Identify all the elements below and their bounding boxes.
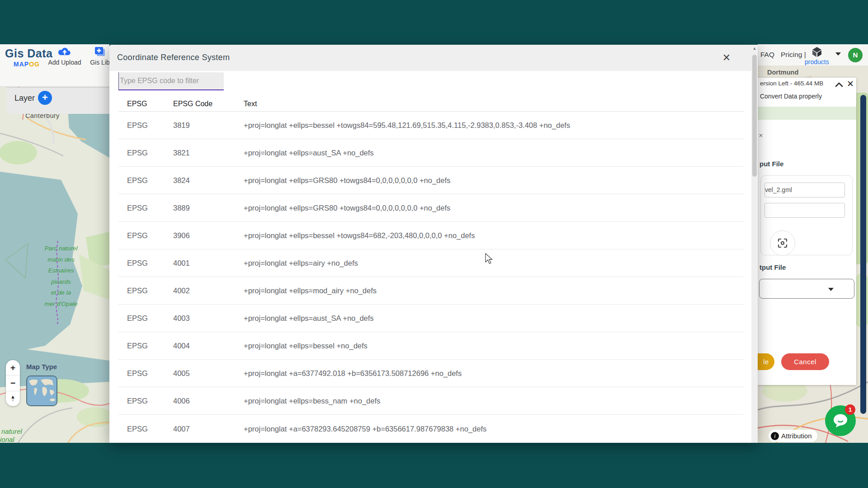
input-file-secondary[interactable] [764,203,845,218]
products-cube-icon[interactable] [811,46,823,58]
crs-code: 4002 [173,286,190,295]
table-row[interactable]: EPSG 4003 +proj=longlat +ellps=aust_SA +… [118,305,744,332]
focus-button[interactable] [770,230,795,256]
crs-authority: EPSG [127,397,148,405]
crs-text: +proj=longlat +ellps=mod_airy +no_defs [244,286,377,295]
arrow-down-icon: ▼ [11,399,15,402]
crs-text: +proj=longlat +ellps=aust_SA +no_defs [244,149,374,157]
nav-pricing[interactable]: Pricing | [781,51,806,59]
crs-code: 4006 [173,397,190,405]
crs-modal: Coordinate Reference System ✕ EPSG EPSG … [109,45,758,443]
crs-code: 4003 [173,314,190,323]
crs-code: 3819 [173,121,190,130]
cloud-upload-icon [58,47,71,58]
map-label-fragment: naturel [1,427,22,435]
table-row[interactable]: EPSG 4001 +proj=longlat +ellps=airy +no_… [118,249,744,277]
info-icon: i [771,432,779,440]
column-epsg-code: EPSG Code [173,100,212,108]
mouse-cursor [485,253,494,265]
crs-authority: EPSG [127,149,148,157]
chat-bubble-icon [832,413,849,428]
map-type-thumbnail[interactable] [26,375,57,406]
crs-text: +proj=longlat +ellps=aust_SA +no_defs [244,314,374,323]
modal-close-icon[interactable]: ✕ [720,51,733,65]
add-layer-button[interactable]: + [38,91,52,105]
crs-code: 4004 [173,342,190,350]
crs-authority: EPSG [127,342,148,350]
page-scrollbar[interactable] [860,95,866,414]
table-header-row: EPSG EPSG Code Text [118,95,744,112]
column-text: Text [244,100,257,108]
chat-notification-badge: 1 [845,404,855,415]
convert-button[interactable]: le [758,353,774,370]
table-row[interactable]: EPSG 3819 +proj=longlat +ellps=bessel +t… [118,112,744,139]
table-row[interactable]: EPSG 4006 +proj=longlat +ellps=bess_nam … [118,387,744,415]
crs-code: 4007 [173,424,190,433]
add-upload-button[interactable]: Add Upload [47,46,82,66]
chevron-down-icon[interactable] [835,52,841,56]
crs-text: +proj=longlat +ellps=bessel +towgs84=682… [244,231,475,240]
epsg-filter-input[interactable] [118,72,224,89]
cancel-button[interactable]: Cancel [781,353,829,370]
epsg-filter-field [118,72,224,90]
crs-authority: EPSG [127,286,148,295]
crs-authority: EPSG [127,176,148,185]
map-label-dortmund: Dortmund [767,69,798,76]
app-logo[interactable]: Gis Data [5,47,52,60]
scrollbar-thumb[interactable] [752,55,757,177]
modal-scrollbar[interactable]: ▲ [751,45,758,443]
world-map-icon [27,376,57,405]
table-row[interactable]: EPSG 4004 +proj=longlat +ellps=bessel +n… [118,332,744,360]
crs-authority: EPSG [127,369,148,378]
chevron-down-icon [828,288,834,291]
table-row[interactable]: EPSG 3906 +proj=longlat +ellps=bessel +t… [118,222,744,249]
table-row[interactable]: EPSG 4007 +proj=longlat +a=6378293.64520… [118,415,744,442]
crs-text: +proj=longlat +ellps=bessel +no_defs [244,342,368,350]
app-logo-sub[interactable]: MAPOG [14,61,40,68]
crs-authority: EPSG [127,259,148,267]
table-row[interactable]: EPSG 3824 +proj=longlat +ellps=GRS80 +to… [118,167,744,194]
nav-faq[interactable]: FAQ [760,51,774,59]
layer-panel: Layer + [7,87,109,114]
letterbox-top [0,0,868,44]
layer-label: Layer [14,94,35,103]
navbar-left: Gis Data MAPOG Add Upload Gis Lib [0,44,109,87]
zoom-in-button[interactable]: + [6,360,20,375]
attribution-button[interactable]: i Attribution [769,430,817,442]
table-row[interactable]: EPSG 3821 +proj=longlat +ellps=aust_SA +… [118,139,744,167]
crs-code: 3824 [173,176,190,185]
crs-code: 4001 [173,259,190,267]
table-row[interactable]: EPSG 4002 +proj=longlat +ellps=mod_airy … [118,277,744,305]
center-focus-icon [777,238,788,249]
conversion-header: ersion Left - 465.44 MB [760,80,823,87]
nav-products[interactable]: products [805,58,829,66]
output-format-select[interactable] [759,279,854,299]
chip-close-icon[interactable]: ✕ [759,132,763,139]
table-row[interactable]: EPSG 4005 +proj=longlat +a=6377492.018 +… [118,360,744,387]
map-label-park: Parc naturel marin des Estuaires picards… [23,243,99,310]
crs-text: +proj=longlat +ellps=bess_nam +no_defs [244,397,380,405]
panel-close-icon[interactable]: ✕ [847,79,854,89]
crs-text: +proj=longlat +a=6378293.645208759 +b=63… [244,424,486,433]
input-file-label: put File [760,160,783,168]
input-file-name[interactable]: vel_2.gml [764,183,845,197]
crs-code: 3821 [173,149,190,157]
user-avatar[interactable]: N [848,48,863,62]
gis-lib-button[interactable]: Gis Lib [89,46,111,66]
zoom-out-button[interactable]: − [6,375,20,390]
table-row[interactable]: EPSG 3889 +proj=longlat +ellps=GRS80 +to… [118,194,744,222]
crs-authority: EPSG [127,231,148,240]
crs-code: 3889 [173,204,190,212]
modal-header: Coordinate Reference System ✕ [109,45,758,71]
column-epsg: EPSG [127,100,147,108]
modal-title: Coordinate Reference System [117,53,230,62]
crs-code: 4005 [173,369,190,378]
output-file-label: tput File [760,263,786,271]
crs-text: +proj=longlat +ellps=GRS80 +towgs84=0,0,… [244,176,450,185]
crs-text: +proj=longlat +ellps=GRS80 +towgs84=0,0,… [244,204,450,212]
crs-text: +proj=longlat +a=6377492.018 +b=6356173.… [244,369,462,378]
pan-control[interactable]: ▲ ▼ [6,391,20,406]
chevron-up-icon[interactable] [835,81,844,88]
scrollbar-up-icon[interactable]: ▲ [751,46,758,51]
map-type-label: Map Type [26,363,57,371]
